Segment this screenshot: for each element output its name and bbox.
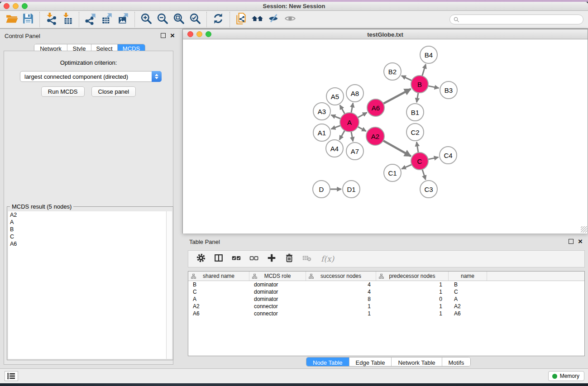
open-session-button[interactable]: [4, 12, 20, 27]
export-network-icon: [84, 12, 97, 27]
graph-edge-A-A7[interactable]: [351, 131, 353, 142]
function-builder-button[interactable]: f(x): [319, 254, 334, 263]
graph-node-B1[interactable]: B1: [406, 103, 424, 121]
graph-edge-B-B3[interactable]: [427, 86, 439, 88]
graph-edge-A-A4[interactable]: [339, 130, 345, 140]
zoom-selected-button[interactable]: [187, 12, 203, 27]
graph-node-A5[interactable]: A5: [326, 87, 344, 105]
graph-node-B2[interactable]: B2: [383, 62, 402, 81]
graph-edge-A-A2[interactable]: [357, 126, 366, 131]
mcds-result-item[interactable]: A: [8, 219, 172, 226]
graph-edge-A-A6[interactable]: [357, 113, 367, 118]
window-resize-grip[interactable]: [581, 226, 587, 233]
close-table-panel-icon[interactable]: ×: [578, 239, 583, 244]
graph-node-A8[interactable]: A8: [346, 84, 364, 102]
export-network-button[interactable]: [82, 12, 99, 27]
add-column-button[interactable]: [266, 253, 277, 264]
graph-node-D1[interactable]: D1: [342, 180, 360, 198]
graph-edge-B-B4[interactable]: [422, 64, 426, 77]
graph-edge-A6-B[interactable]: [382, 89, 411, 104]
tab-network-table[interactable]: Network Table: [392, 357, 442, 367]
graph-node-A[interactable]: A: [339, 112, 359, 132]
graph-edge-C-C1[interactable]: [402, 164, 412, 169]
table-row[interactable]: Bdominator41B: [188, 281, 584, 288]
memory-button[interactable]: Memory: [548, 371, 584, 381]
float-panel-icon[interactable]: [161, 33, 166, 38]
apply-layout-button[interactable]: [210, 12, 226, 27]
graph-node-A2[interactable]: A2: [366, 127, 385, 146]
table-cell: A6: [449, 310, 487, 317]
graph-node-C3[interactable]: C3: [420, 180, 438, 198]
import-network-button[interactable]: [43, 12, 59, 27]
table-cell: C: [449, 288, 487, 295]
graph-node-C1[interactable]: C1: [383, 164, 402, 182]
table-row[interactable]: Cdominator41C: [188, 288, 584, 295]
clone-network-button[interactable]: [233, 12, 249, 27]
table-row[interactable]: A6connector11A6: [188, 310, 584, 317]
mcds-result-item[interactable]: C: [8, 233, 172, 240]
table-cell: dominator: [249, 281, 306, 288]
zoom-out-button[interactable]: [154, 12, 171, 27]
import-table-button[interactable]: [59, 12, 76, 27]
column-header-successor-nodes[interactable]: successor nodes: [306, 272, 376, 281]
home-view-button[interactable]: [249, 12, 266, 27]
zoom-fit-button[interactable]: [171, 12, 187, 27]
float-table-panel-icon[interactable]: [569, 239, 574, 244]
graphics-details-button[interactable]: [266, 12, 282, 27]
zoom-in-button[interactable]: [138, 12, 154, 27]
graph-node-C4[interactable]: C4: [439, 146, 457, 164]
show-columns-button[interactable]: [213, 253, 224, 264]
table-cell: A: [188, 295, 249, 303]
graph-node-A6[interactable]: A6: [367, 99, 385, 117]
tab-node-table[interactable]: Node Table: [306, 357, 349, 367]
graph-node-D[interactable]: D: [312, 180, 330, 198]
criterion-select[interactable]: largest connected component (directed): [20, 71, 162, 82]
open-folder-icon: [5, 12, 18, 27]
graph-edge-C-C3[interactable]: [422, 168, 425, 180]
deselect-all-button[interactable]: [249, 253, 259, 264]
graph-node-C[interactable]: C: [411, 152, 429, 170]
graph-node-A7[interactable]: A7: [346, 142, 364, 160]
zoom-out-icon: [156, 12, 169, 27]
mcds-result-item[interactable]: A6: [8, 240, 172, 248]
graph-edge-B-B1[interactable]: [417, 92, 419, 103]
column-header-mcds-role[interactable]: MCDS role: [249, 272, 306, 281]
graph-node-C2[interactable]: C2: [406, 123, 424, 141]
select-all-button[interactable]: [231, 253, 242, 264]
close-panel-icon[interactable]: ×: [170, 33, 175, 38]
network-canvas[interactable]: B4B2BB3A8A5A6A3B1AA1C2A2A4A7C4CC1C3DD1: [183, 39, 588, 234]
mcds-result-item[interactable]: B: [8, 226, 172, 233]
task-history-button[interactable]: [5, 371, 18, 381]
column-header-shared-name[interactable]: shared name: [188, 272, 249, 281]
column-settings-button[interactable]: [196, 253, 206, 264]
column-header-filler: [487, 272, 584, 281]
run-mcds-button[interactable]: Run MCDS: [41, 86, 85, 97]
toolbar-search[interactable]: [449, 14, 583, 24]
graph-node-A3[interactable]: A3: [313, 102, 331, 120]
delete-column-button[interactable]: [284, 253, 295, 264]
graph-edge-C-C4[interactable]: [427, 157, 439, 159]
column-header-predecessor-nodes[interactable]: predecessor nodes: [376, 272, 449, 281]
table-panel-tabs: Node Table Edge Table Network Table Moti…: [306, 357, 471, 367]
table-row[interactable]: A2connector11A2: [188, 303, 584, 310]
graph-node-B4[interactable]: B4: [420, 46, 438, 64]
export-image-button[interactable]: [115, 12, 131, 27]
delete-table-button[interactable]: [301, 253, 312, 264]
column-header-name[interactable]: name: [449, 272, 487, 281]
show-hide-button[interactable]: [282, 12, 298, 27]
tab-edge-table[interactable]: Edge Table: [349, 357, 392, 367]
search-input[interactable]: [462, 15, 583, 24]
save-session-button[interactable]: [20, 12, 36, 27]
graph-node-B[interactable]: B: [411, 75, 429, 93]
mcds-result-title: MCDS result (5 nodes): [10, 203, 73, 210]
tab-motifs[interactable]: Motifs: [442, 357, 471, 367]
graph-node-B3[interactable]: B3: [440, 81, 458, 99]
table-row[interactable]: Adominator80A: [188, 295, 584, 303]
graph-edge-A2-C[interactable]: [382, 140, 411, 156]
close-panel-button[interactable]: Close panel: [91, 86, 136, 97]
result-scrollbar[interactable]: [166, 211, 172, 359]
export-table-button[interactable]: [99, 12, 115, 27]
graph-node-A1[interactable]: A1: [313, 124, 331, 142]
mcds-result-item[interactable]: A2: [8, 211, 172, 219]
graph-node-A4[interactable]: A4: [325, 139, 344, 157]
